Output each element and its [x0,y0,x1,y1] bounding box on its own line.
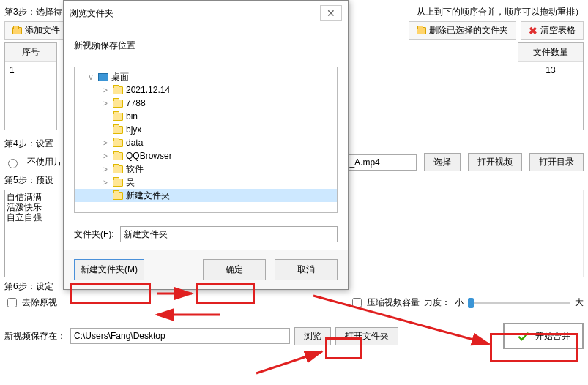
tree-item-label: data [126,138,143,148]
folder-icon [113,152,123,160]
expander-icon[interactable]: > [101,139,110,147]
row1-count: 13 [518,62,583,78]
tree-item-label: bjyx [126,124,141,135]
clear-table-label: 清空表格 [540,24,576,37]
tree-item[interactable]: >data [75,136,337,149]
tree-item-label: bin [126,111,138,122]
delete-selected-button[interactable]: 删除已选择的文件夹 [409,21,516,40]
folder-icon [113,113,123,121]
expander-icon[interactable]: > [101,165,110,173]
row1-seq[interactable]: 1 [5,62,56,78]
browse-folder-dialog: 浏览文件夹 ✕ 新视频保存位置 v 桌面 >2021.12.14>7788 bi… [63,0,349,290]
force-big-label: 大 [575,296,584,309]
tree-item-label: 2021.12.14 [126,85,170,95]
tree-item-label: 新建文件夹 [126,190,170,202]
folder-icon [113,179,123,187]
remove-orig-checkbox[interactable] [7,298,17,307]
open-video-button[interactable]: 打开视频 [468,153,522,171]
tree-item[interactable]: >7788 [75,97,337,110]
folder-tree[interactable]: v 桌面 >2021.12.14>7788 bin bjyx>data>QQBr… [74,67,338,213]
start-merge-button[interactable]: 开始合并 [503,323,584,349]
folder-name-input[interactable] [120,226,338,242]
desktop-icon [98,73,108,81]
tree-item[interactable]: >2021.12.14 [75,83,337,97]
x-icon: ✖ [529,26,537,35]
tree-item[interactable]: bin [75,110,337,123]
open-dir-button[interactable]: 打开目录 [529,153,584,171]
remove-orig-label: 去除原视 [22,296,57,309]
add-folder-label: 添加文件 [25,24,60,37]
col-count-header: 文件数量 [518,43,583,62]
tree-item-label: 7788 [126,98,146,108]
tree-item-label: 软件 [126,163,144,176]
tree-item[interactable]: >吴 [75,176,337,189]
new-folder-button[interactable]: 新建文件夹(M) [74,259,144,280]
open-folder-button[interactable]: 打开文件夹 [335,327,398,345]
tree-item[interactable]: bjyx [75,123,337,136]
expander-icon[interactable]: > [101,152,110,160]
folder-field-label: 文件夹(F): [74,228,114,241]
add-folder-button[interactable]: 添加文件 [4,21,68,40]
dialog-title: 浏览文件夹 [70,7,113,20]
folder-add-icon [12,27,22,34]
tree-root-label: 桌面 [111,71,129,83]
tree-item[interactable]: >软件 [75,162,337,176]
compress-label: 压缩视频容量 [367,296,420,309]
folder-icon [113,165,123,173]
expander-icon[interactable]: > [101,100,110,108]
ok-button[interactable]: 确定 [203,259,266,280]
save-path-input[interactable] [70,328,290,344]
expander-icon[interactable] [101,113,110,121]
compress-checkbox[interactable] [352,298,362,307]
step6-label: 第6步：设定 [4,280,53,293]
folder-icon [113,192,123,200]
save-label: 新视频保存在： [4,330,66,343]
browse-button[interactable]: 浏览 [294,327,331,345]
step5-label: 第5步：预设 [4,174,53,187]
folder-icon [113,100,123,108]
start-merge-label: 开始合并 [535,330,570,343]
tree-item-label: 吴 [126,176,135,189]
expander-icon[interactable]: > [101,86,110,94]
force-label: 力度： [424,296,450,309]
preset-text-area[interactable]: 自信满满 活泼快乐 自立自强 [4,190,59,277]
folder-icon [113,126,123,134]
tree-item[interactable]: >QQBrowser [75,149,337,162]
expander-icon[interactable]: > [101,179,110,187]
tree-item-label: QQBrowser [126,151,172,161]
dialog-close-button[interactable]: ✕ [320,5,342,21]
no-use-label: 不使用片 [27,156,62,168]
expander-icon[interactable]: v [86,73,95,81]
col-seq-header: 序号 [5,43,56,62]
check-icon [516,329,531,343]
cancel-button[interactable]: 取消 [275,259,338,280]
delete-selected-label: 删除已选择的文件夹 [429,24,508,37]
dialog-subtitle: 新视频保存位置 [74,40,338,52]
folder-icon [113,139,123,147]
clear-table-button[interactable]: ✖ 清空表格 [521,21,584,40]
tree-root[interactable]: v 桌面 [75,70,337,83]
folder-icon [113,86,123,94]
step4-label: 第4步：设置 [4,138,53,150]
folder-del-icon [417,27,426,34]
no-use-radio[interactable] [8,159,18,168]
expander-icon[interactable] [101,126,110,134]
step3-tail: 从上到下的顺序合并，顺序可以拖动重排） [417,6,584,18]
expander-icon[interactable] [101,192,110,200]
tree-item[interactable]: 新建文件夹 [75,189,337,202]
choose-button[interactable]: 选择 [424,153,461,171]
step3-label: 第3步：选择待 [4,6,62,18]
force-small-label: 小 [455,296,464,309]
force-slider[interactable] [468,302,570,304]
